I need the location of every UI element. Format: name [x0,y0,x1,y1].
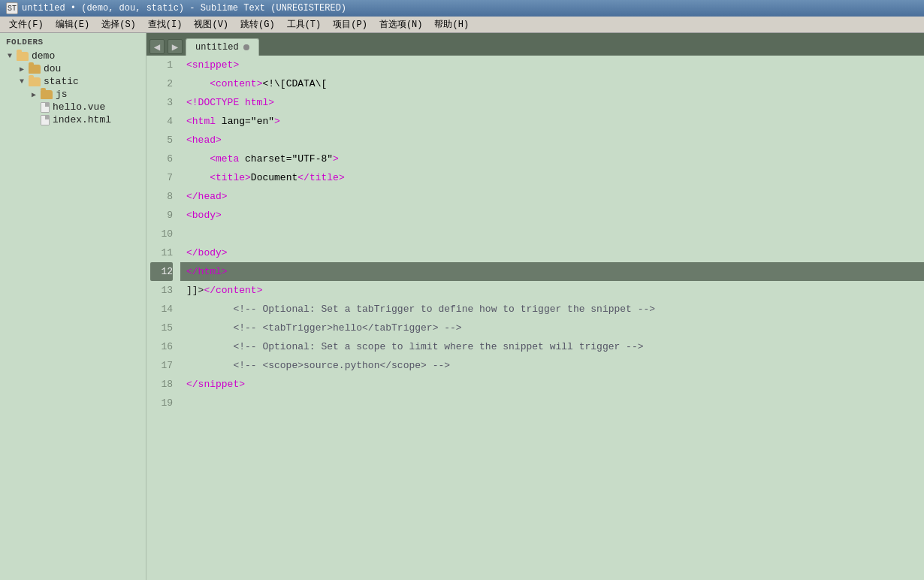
code-line: ]]></content> [180,281,924,300]
folder-icon [29,65,41,74]
tree-item-label: hello.vue [53,101,105,113]
line-number: 17 [150,356,173,375]
menu-item-帮助(H)[interactable]: 帮助(H) [428,17,475,32]
code-line: <content><!\[CDATA\[ [180,74,924,93]
tab-label: untitled [195,42,239,53]
line-number: 11 [150,243,173,262]
tree-item-label: index.html [53,114,111,125]
tab-nav-left[interactable]: ◀ [149,39,165,54]
code-line: <html lang="en"> [180,112,924,131]
line-number: 6 [150,150,173,168]
menu-item-选择(S)[interactable]: 选择(S) [95,17,142,32]
folder-arrow-icon: ▶ [29,89,39,100]
line-number: 3 [150,93,173,112]
code-line: <body> [180,206,924,225]
line-number: 16 [150,337,173,356]
folder-arrow-icon: ▶ [17,64,27,74]
code-editor[interactable]: 12345678910111213141516171819 <snippet> … [146,56,924,580]
app-icon: ST [6,2,18,14]
tree-item-label: dou [44,63,61,74]
code-line: <!-- Optional: Set a tabTrigger to defin… [180,300,924,319]
file-icon [41,115,50,125]
code-line [180,225,924,243]
file-item-hello.vue[interactable]: hello.vue [0,101,146,113]
menu-item-编辑(E)[interactable]: 编辑(E) [50,17,96,32]
line-number: 9 [150,206,173,225]
folder-arrow-icon: ▼ [17,77,27,87]
line-number: 19 [150,394,173,412]
menu-item-视图(V)[interactable]: 视图(V) [188,17,234,32]
folder-arrow-icon: ▼ [5,51,15,62]
titlebar-text: untitled • (demo, dou, static) - Sublime… [22,3,346,14]
tabbar: ◀ ▶ untitled [146,33,924,56]
code-line: <!-- <scope>source.python</scope> --> [180,356,924,375]
main-layout: FOLDERS ▼demo▶dou▼static▶jshello.vueinde… [0,33,924,580]
menu-item-工具(T)[interactable]: 工具(T) [281,17,328,32]
line-number: 14 [150,300,173,319]
menu-item-查找(I)[interactable]: 查找(I) [142,17,189,32]
code-line: </body> [180,243,924,262]
code-line: </snippet> [180,375,924,394]
tab-nav-right[interactable]: ▶ [168,39,183,54]
line-number: 15 [150,319,173,337]
line-number: 2 [150,74,173,93]
folder-item-js[interactable]: ▶js [0,88,146,101]
tree-item-label: static [44,76,79,87]
folder-item-dou[interactable]: ▶dou [0,62,146,75]
menu-item-跳转(G)[interactable]: 跳转(G) [234,17,281,32]
folder-icon [29,77,41,86]
code-line: </html> [180,262,924,281]
line-numbers: 12345678910111213141516171819 [146,56,180,580]
code-line: <head> [180,131,924,150]
folder-icon [41,90,53,99]
line-number: 8 [150,187,173,206]
tree-item-label: demo [32,50,55,62]
menubar: 文件(F)编辑(E)选择(S)查找(I)视图(V)跳转(G)工具(T)项目(P)… [0,17,924,33]
menu-item-文件(F)[interactable]: 文件(F) [3,17,50,32]
code-line: <!-- <tabTrigger>hello</tabTrigger> --> [180,319,924,337]
menu-item-首选项(N)[interactable]: 首选项(N) [373,17,429,32]
code-line: <!-- Optional: Set a scope to limit wher… [180,337,924,356]
line-number: 12 [150,262,173,281]
line-number: 7 [150,168,173,187]
line-number: 4 [150,112,173,131]
tree-item-label: js [56,89,68,100]
editor-area: ◀ ▶ untitled 123456789101112131415161718… [146,33,924,580]
line-number: 10 [150,225,173,243]
code-line: <snippet> [180,56,924,74]
titlebar: ST untitled • (demo, dou, static) - Subl… [0,0,924,17]
file-item-index.html[interactable]: index.html [0,113,146,126]
tab-untitled[interactable]: untitled [186,38,259,56]
code-line: <!DOCTYPE html> [180,93,924,112]
folders-label: FOLDERS [0,33,146,50]
line-number: 18 [150,375,173,394]
tabs-container: untitled [186,38,259,56]
sidebar: FOLDERS ▼demo▶dou▼static▶jshello.vueinde… [0,33,146,580]
menu-item-项目(P)[interactable]: 项目(P) [327,17,373,32]
line-number: 1 [150,56,173,74]
folder-item-demo[interactable]: ▼demo [0,50,146,62]
file-icon [41,102,50,113]
code-content[interactable]: <snippet> <content><!\[CDATA\[<!DOCTYPE … [180,56,924,580]
tab-modified-indicator [243,44,249,50]
folder-item-static[interactable]: ▼static [0,75,146,88]
code-line: <title>Document</title> [180,168,924,187]
folder-icon [17,52,29,61]
code-line: </head> [180,187,924,206]
line-number: 5 [150,131,173,150]
code-line: <meta charset="UTF-8"> [180,150,924,168]
code-line [180,394,924,412]
line-number: 13 [150,281,173,300]
file-tree: ▼demo▶dou▼static▶jshello.vueindex.html [0,50,146,126]
